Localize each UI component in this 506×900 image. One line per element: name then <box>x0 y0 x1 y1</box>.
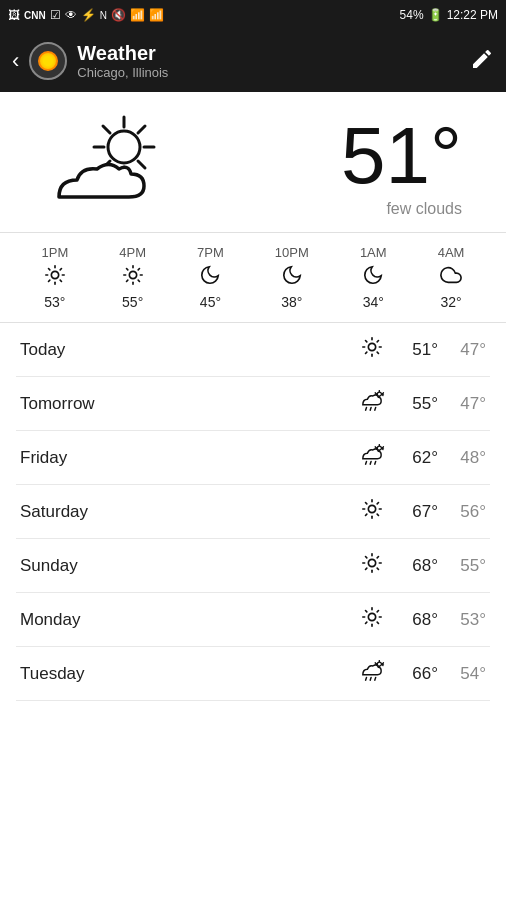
daily-high: 68° <box>390 556 438 576</box>
daily-icon <box>354 660 390 687</box>
svg-point-77 <box>368 559 375 566</box>
daily-icon <box>354 552 390 579</box>
wifi-icon: 📶 <box>130 8 145 22</box>
svg-line-22 <box>126 269 127 270</box>
hourly-temp: 34° <box>363 294 384 310</box>
daily-row: Tomorrow 55° 47° <box>16 377 490 431</box>
daily-low: 53° <box>438 610 486 630</box>
hourly-item: 10PM 38° <box>275 245 309 310</box>
svg-line-66 <box>377 503 378 504</box>
daily-high: 51° <box>390 340 438 360</box>
hourly-icon <box>44 264 66 290</box>
daily-day: Sunday <box>20 556 354 576</box>
battery-icon: 🔋 <box>428 8 443 22</box>
daily-high: 62° <box>390 448 438 468</box>
svg-point-26 <box>129 271 136 278</box>
daily-day: Monday <box>20 610 354 630</box>
daily-low: 55° <box>438 556 486 576</box>
daily-row: Today 51° 47° <box>16 323 490 377</box>
cnn-icon: CNN <box>24 10 46 21</box>
daily-row: Sunday 68° 55° <box>16 539 490 593</box>
daily-low: 56° <box>438 502 486 522</box>
daily-icon <box>354 498 390 525</box>
svg-line-84 <box>377 611 378 612</box>
svg-point-8 <box>108 131 140 163</box>
hourly-time: 1AM <box>360 245 387 260</box>
status-icons-left: 🖼 CNN ☑ 👁 ⚡ N 🔇 📶 📶 <box>8 8 164 22</box>
svg-point-17 <box>51 271 58 278</box>
svg-line-64 <box>366 503 367 504</box>
hourly-icon <box>281 264 303 290</box>
svg-line-33 <box>377 341 378 342</box>
daily-low: 48° <box>438 448 486 468</box>
svg-line-65 <box>377 514 378 515</box>
svg-line-73 <box>366 557 367 558</box>
daily-low: 47° <box>438 340 486 360</box>
hourly-item: 4AM 32° <box>438 245 465 310</box>
app-icon <box>29 42 67 80</box>
hourly-temp: 32° <box>440 294 461 310</box>
hourly-icon <box>362 264 384 290</box>
svg-line-57 <box>366 461 367 464</box>
daily-row: Monday 68° 53° <box>16 593 490 647</box>
daily-day: Tomorrow <box>20 394 354 414</box>
daily-high: 68° <box>390 610 438 630</box>
svg-point-86 <box>368 613 375 620</box>
svg-line-25 <box>126 280 127 281</box>
svg-line-74 <box>377 568 378 569</box>
svg-line-76 <box>366 568 367 569</box>
current-description: few clouds <box>341 200 462 218</box>
svg-line-98 <box>375 677 376 680</box>
app-title: Weather <box>77 42 470 65</box>
daily-low: 47° <box>438 394 486 414</box>
signal-icon: 📶 <box>149 8 164 22</box>
hourly-temp: 38° <box>281 294 302 310</box>
svg-line-85 <box>366 622 367 623</box>
battery-percent: 54% <box>400 8 424 22</box>
daily-forecast: Today 51° 47° Tomorrow <box>0 323 506 701</box>
checkbox-icon: ☑ <box>50 8 61 22</box>
svg-line-45 <box>366 407 367 410</box>
header-text-group: Weather Chicago, Illinois <box>77 42 470 80</box>
svg-line-83 <box>377 622 378 623</box>
daily-day: Today <box>20 340 354 360</box>
daily-icon <box>354 390 390 417</box>
current-temp-section: 51° few clouds <box>341 116 482 218</box>
svg-line-58 <box>370 461 371 464</box>
hourly-item: 7PM 45° <box>197 245 224 310</box>
eye-icon: 👁 <box>65 8 77 22</box>
hourly-item: 1PM 53° <box>42 245 69 310</box>
hourly-temp: 55° <box>122 294 143 310</box>
current-weather-section: 51° few clouds <box>0 92 506 232</box>
daily-icon <box>354 336 390 363</box>
svg-line-15 <box>60 269 61 270</box>
daily-row: Friday 62° 48° <box>16 431 490 485</box>
svg-line-59 <box>375 461 376 464</box>
nfc-icon: N <box>100 10 107 21</box>
time-display: 12:22 PM <box>447 8 498 22</box>
svg-line-46 <box>370 407 371 410</box>
hourly-item: 4PM 55° <box>119 245 146 310</box>
daily-icon <box>354 444 390 471</box>
back-button[interactable]: ‹ <box>12 48 19 74</box>
svg-point-35 <box>368 343 375 350</box>
daily-row: Tuesday 66° 54° <box>16 647 490 701</box>
hourly-forecast: 1PM 53° 4PM <box>0 232 506 323</box>
daily-day: Friday <box>20 448 354 468</box>
svg-line-34 <box>366 352 367 353</box>
svg-line-31 <box>366 341 367 342</box>
hourly-icon <box>199 264 221 290</box>
daily-icon <box>354 606 390 633</box>
location-label: Chicago, Illinois <box>77 65 470 80</box>
status-bar: 🖼 CNN ☑ 👁 ⚡ N 🔇 📶 📶 54% 🔋 12:22 PM <box>0 0 506 30</box>
svg-line-82 <box>366 611 367 612</box>
svg-line-14 <box>60 280 61 281</box>
edit-button[interactable] <box>470 47 494 76</box>
hourly-icon <box>122 264 144 290</box>
daily-high: 67° <box>390 502 438 522</box>
app-header: ‹ Weather Chicago, Illinois <box>0 30 506 92</box>
svg-point-68 <box>368 505 375 512</box>
status-icons-right: 54% 🔋 12:22 PM <box>400 8 498 22</box>
current-weather-icon <box>24 112 184 222</box>
svg-line-7 <box>103 126 110 133</box>
